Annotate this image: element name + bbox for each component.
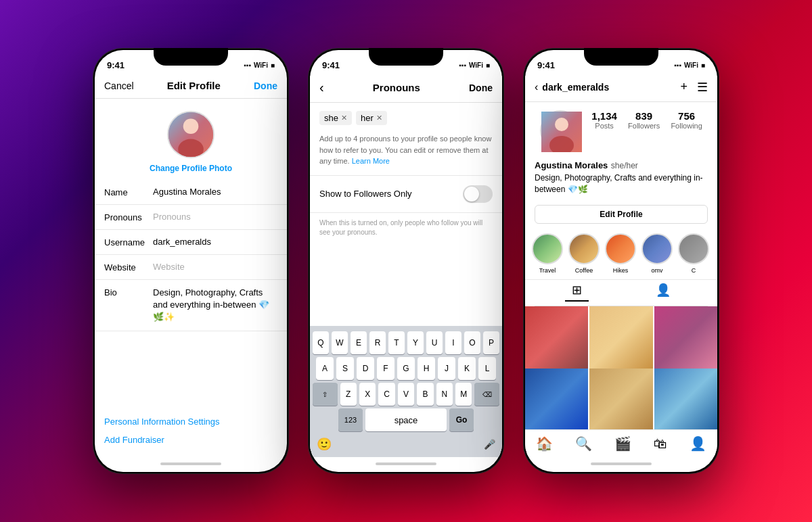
pronoun-she-remove[interactable]: ✕ [341, 114, 347, 122]
key-m[interactable]: M [455, 383, 472, 406]
pronouns-input[interactable]: Pronouns [153, 212, 277, 222]
grid-cell-4[interactable] [525, 369, 588, 429]
add-fundraiser-link[interactable]: Add Fundraiser [104, 435, 277, 445]
signal-icon: ▪▪▪ [459, 62, 466, 69]
key-j[interactable]: J [438, 357, 455, 380]
back-button[interactable]: ‹ [319, 80, 324, 95]
key-g[interactable]: G [397, 357, 415, 380]
key-y[interactable]: Y [407, 331, 424, 354]
pronoun-her-remove[interactable]: ✕ [376, 114, 382, 122]
key-p[interactable]: P [483, 331, 499, 354]
key-d[interactable]: D [357, 357, 374, 380]
highlight-hikes-circle [605, 233, 636, 264]
grid-cell-2[interactable] [589, 306, 652, 369]
key-u[interactable]: U [426, 331, 443, 354]
personal-info-settings-link[interactable]: Personal Information Settings [104, 417, 277, 427]
pronouns-label: Pronouns [104, 212, 153, 222]
website-input[interactable]: Website [153, 262, 277, 272]
following-stat[interactable]: 756 Following [671, 110, 702, 130]
avatar-circle [540, 110, 581, 151]
name-value[interactable]: Agustina Morales [153, 187, 277, 197]
wifi-icon: WiFi [684, 62, 698, 69]
toggle-hint: When this is turned on, only people who … [310, 213, 502, 243]
key-a[interactable]: A [316, 357, 334, 380]
key-delete[interactable]: ⌫ [474, 383, 499, 406]
key-k[interactable]: K [458, 357, 476, 380]
pronouns-done-button[interactable]: Done [469, 82, 493, 93]
highlight-hikes[interactable]: Hikes [605, 233, 636, 274]
status-time: 9:41 [537, 60, 555, 70]
tab-bar: 🏠 🔍 🎬 🛍 👤 [525, 429, 717, 457]
grid-cell-6[interactable] [654, 369, 717, 429]
bio-value[interactable]: Design, Photography, Crafts and everythi… [153, 287, 277, 324]
tab-shop[interactable]: 🛍 [654, 436, 667, 452]
key-123[interactable]: 123 [338, 408, 363, 431]
key-t[interactable]: T [388, 331, 405, 354]
grid-tab-posts[interactable]: ⊞ [565, 280, 589, 302]
tab-home[interactable]: 🏠 [536, 435, 553, 452]
add-icon[interactable]: + [680, 80, 687, 95]
grid-tab-tagged[interactable]: 👤 [649, 280, 677, 302]
done-button[interactable]: Done [254, 80, 277, 91]
tab-reels[interactable]: 🎬 [614, 435, 631, 452]
key-q[interactable]: Q [313, 331, 329, 354]
grid-cell-5[interactable] [589, 369, 652, 429]
key-e[interactable]: E [351, 331, 367, 354]
followers-only-toggle[interactable] [463, 185, 493, 203]
following-count: 756 [671, 110, 702, 122]
cancel-button[interactable]: Cancel [104, 80, 134, 91]
edit-profile-button[interactable]: Edit Profile [535, 205, 708, 224]
followers-label: Followers [628, 122, 660, 130]
tab-search[interactable]: 🔍 [575, 435, 592, 452]
key-n[interactable]: N [436, 383, 453, 406]
status-icons: ▪▪▪ WiFi ■ [674, 62, 705, 69]
highlight-omv-label: omv [651, 267, 662, 274]
key-shift[interactable]: ⇧ [313, 383, 338, 406]
grid-tab-row: ⊞ 👤 [535, 280, 708, 306]
grid-cell-3[interactable] [654, 306, 717, 369]
key-r[interactable]: R [369, 331, 386, 354]
tab-profile[interactable]: 👤 [690, 435, 706, 452]
profile-avatar[interactable] [540, 110, 581, 151]
notch [154, 48, 228, 66]
highlight-travel[interactable]: Travel [532, 233, 563, 274]
key-z[interactable]: Z [340, 383, 357, 406]
mic-key[interactable]: 🎤 [484, 439, 495, 450]
highlight-omv[interactable]: omv [641, 233, 673, 274]
signal-icon: ▪▪▪ [674, 62, 681, 69]
pronouns-title: Pronouns [373, 82, 420, 93]
highlight-travel-label: Travel [539, 267, 556, 274]
avatar[interactable] [167, 111, 215, 158]
pronoun-tag-she[interactable]: she ✕ [319, 111, 352, 125]
username-value[interactable]: dark_emeralds [153, 237, 277, 247]
key-go[interactable]: Go [449, 408, 474, 431]
key-b[interactable]: B [417, 383, 433, 406]
followers-stat[interactable]: 839 Followers [628, 110, 660, 130]
edit-profile-navbar: Cancel Edit Profile Done [95, 76, 287, 99]
change-profile-photo-link[interactable]: Change Profile Photo [150, 164, 232, 173]
key-s[interactable]: S [336, 357, 354, 380]
key-o[interactable]: O [464, 331, 480, 354]
key-x[interactable]: X [359, 383, 376, 406]
emoji-key[interactable]: 🙂 [317, 437, 332, 452]
key-space[interactable]: space [365, 408, 447, 431]
key-w[interactable]: W [332, 331, 348, 354]
highlight-travel-circle [532, 233, 563, 264]
back-arrow[interactable]: ‹ [535, 81, 538, 93]
key-h[interactable]: H [418, 357, 435, 380]
pronoun-tag-her[interactable]: her ✕ [356, 111, 387, 125]
menu-icon[interactable]: ☰ [697, 80, 708, 95]
highlight-extra[interactable]: C [678, 233, 709, 274]
highlight-coffee[interactable]: Coffee [568, 233, 600, 274]
learn-more-link[interactable]: Learn More [352, 157, 390, 165]
avatar-background [168, 112, 213, 157]
key-i[interactable]: I [445, 331, 461, 354]
home-indicator [591, 462, 652, 465]
key-v[interactable]: V [398, 383, 414, 406]
key-f[interactable]: F [377, 357, 394, 380]
highlight-coffee-circle [568, 233, 600, 264]
key-c[interactable]: C [378, 383, 394, 406]
grid-cell-1[interactable] [525, 306, 588, 369]
svg-point-1 [183, 118, 199, 134]
key-l[interactable]: L [478, 357, 496, 380]
